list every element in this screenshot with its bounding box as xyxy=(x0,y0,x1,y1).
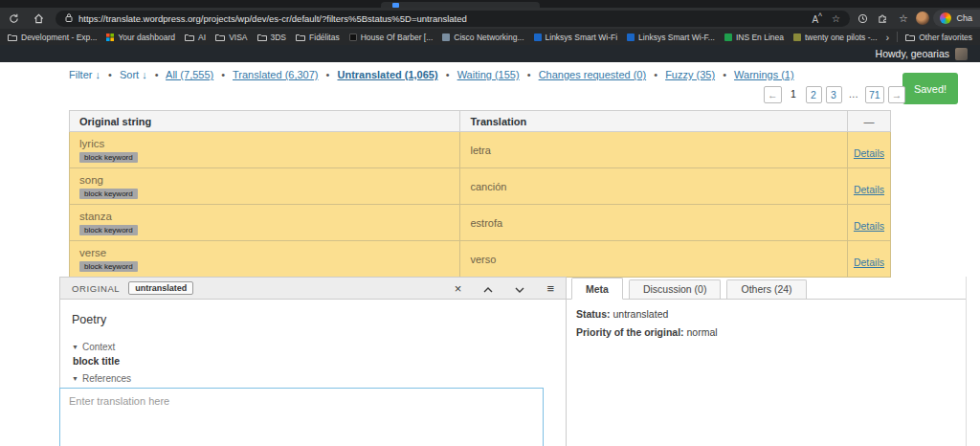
translation-string: estrofa xyxy=(460,205,848,241)
bookmark-item[interactable]: Linksys Smart Wi-F... xyxy=(627,33,715,42)
table-row[interactable]: songblock keyword canción Details xyxy=(70,168,891,205)
status-badge: untranslated xyxy=(128,281,193,295)
filter-link-fuzzy[interactable]: Fuzzy (35) xyxy=(665,69,715,80)
keyword-badge: block keyword xyxy=(79,189,138,199)
filter-toggle[interactable]: Filter ↓ xyxy=(69,69,100,80)
priority-row: Priority of the original: normal xyxy=(576,326,956,338)
original-string: lyrics xyxy=(79,138,450,149)
translation-string: canción xyxy=(460,168,848,205)
favorite-star-icon[interactable]: ☆ xyxy=(832,13,840,24)
filter-link-warnings[interactable]: Warnings (1) xyxy=(734,69,794,80)
header-original-string: Original string xyxy=(70,111,460,132)
status-value: untranslated xyxy=(613,308,669,320)
pagination: ← 1 2 3 … 71 → xyxy=(764,86,905,103)
folder-icon xyxy=(257,33,267,41)
history-icon[interactable] xyxy=(855,11,870,26)
separator: • xyxy=(326,69,330,80)
table-row[interactable]: lyricsblock keyword letra Details xyxy=(70,132,891,168)
status-label: Status: xyxy=(576,308,611,320)
bookmark-item[interactable]: Cisco Networking... xyxy=(442,33,523,42)
details-link[interactable]: Details xyxy=(854,147,884,159)
bookmarks-overflow-chevron[interactable]: › xyxy=(886,32,890,43)
bookmark-item[interactable]: AI xyxy=(185,33,206,42)
separator: • xyxy=(527,69,531,80)
bookmark-item[interactable]: 3DS xyxy=(257,33,287,42)
details-link[interactable]: Details xyxy=(854,184,884,195)
tab-meta[interactable]: Meta xyxy=(571,278,623,300)
wp-admin-bar: Howdy, geoarias xyxy=(0,45,980,62)
page-ellipsis: … xyxy=(846,86,862,103)
sort-toggle[interactable]: Sort ↓ xyxy=(120,69,147,80)
url-bar[interactable]: https://translate.wordpress.org/projects… xyxy=(56,11,850,27)
references-section-toggle[interactable]: ▼ References xyxy=(72,373,554,384)
favorites-icon[interactable]: ☆ xyxy=(896,11,911,26)
bookmark-item[interactable]: VISA xyxy=(215,33,247,42)
editor-original-panel: ORIGINAL untranslated × ≡ Poetry ▼ Conte… xyxy=(59,277,567,446)
table-header-row: Original string Translation — xyxy=(70,111,891,132)
separator: • xyxy=(723,69,726,80)
original-text: Poetry xyxy=(72,313,554,326)
bookmark-item[interactable]: Fidélitas xyxy=(296,33,340,42)
page-button-71[interactable]: 71 xyxy=(865,86,884,103)
home-icon[interactable] xyxy=(31,11,46,26)
site-favicon xyxy=(442,33,450,41)
context-section-toggle[interactable]: ▼ Context xyxy=(72,342,554,352)
prev-page-button[interactable]: ← xyxy=(764,86,782,103)
triangle-down-icon: ▼ xyxy=(72,344,78,350)
bookmark-item[interactable]: INS En Linea xyxy=(724,33,784,42)
keyword-badge: block keyword xyxy=(79,261,138,272)
details-link[interactable]: Details xyxy=(854,220,884,232)
priority-label: Priority of the original: xyxy=(576,326,684,338)
refresh-icon[interactable] xyxy=(6,11,21,26)
meta-content: Status: untranslated Priority of the ori… xyxy=(567,300,966,350)
folder-icon xyxy=(215,33,225,41)
ms-logo-icon xyxy=(106,33,114,41)
keyword-badge: block keyword xyxy=(79,152,138,163)
bookmark-item[interactable]: House Of Barber [... xyxy=(349,33,434,42)
read-aloud-icon[interactable]: A^ xyxy=(812,11,822,25)
folder-icon xyxy=(296,33,305,41)
chevron-down-icon[interactable] xyxy=(515,282,524,295)
howdy-greeting[interactable]: Howdy, geoarias xyxy=(876,48,949,59)
extensions-icon[interactable] xyxy=(875,11,890,26)
translation-editor: ORIGINAL untranslated × ≡ Poetry ▼ Conte… xyxy=(59,277,967,446)
header-translation: Translation xyxy=(460,111,848,132)
menu-icon[interactable]: ≡ xyxy=(546,282,554,295)
table-row[interactable]: stanzablock keyword estrofa Details xyxy=(70,205,891,241)
wp-avatar[interactable] xyxy=(955,48,968,60)
bookmark-item[interactable]: Your dashboard xyxy=(106,33,175,42)
profile-avatar[interactable] xyxy=(915,11,930,26)
keyword-badge: block keyword xyxy=(79,225,138,235)
details-link[interactable]: Details xyxy=(854,256,884,268)
filter-link-all[interactable]: All (7,555) xyxy=(166,69,213,80)
glotpress-page: Filter ↓ • Sort ↓ • All (7,555) • Transl… xyxy=(0,62,980,446)
other-favorites-button[interactable]: Other favorites xyxy=(905,33,972,42)
page-button-2[interactable]: 2 xyxy=(806,86,822,103)
bookmark-item[interactable]: Development - Exp... xyxy=(8,33,97,42)
filter-link-untranslated[interactable]: Untranslated (1,065) xyxy=(337,69,437,80)
meta-tabs: Meta Discussion (0) Others (24) xyxy=(567,277,966,300)
bookmark-item[interactable]: twenty one pilots -... xyxy=(793,33,878,42)
translation-string: letra xyxy=(460,132,848,168)
filter-link-waiting[interactable]: Waiting (155) xyxy=(457,69,520,80)
next-page-button[interactable]: → xyxy=(888,86,906,103)
editor-controls: × ≡ xyxy=(455,282,554,295)
tab-discussion[interactable]: Discussion (0) xyxy=(629,279,722,299)
url-text[interactable]: https://translate.wordpress.org/projects… xyxy=(78,13,802,24)
original-string: verse xyxy=(79,247,450,258)
separator: • xyxy=(446,69,450,80)
page-button-3[interactable]: 3 xyxy=(826,86,842,103)
filter-link-translated[interactable]: Translated (6,307) xyxy=(233,69,318,80)
copilot-label: Cha xyxy=(956,13,972,23)
filter-link-changes-requested[interactable]: Changes requested (0) xyxy=(539,69,647,80)
site-favicon xyxy=(793,33,801,41)
close-icon[interactable]: × xyxy=(455,282,462,295)
chevron-up-icon[interactable] xyxy=(483,282,493,295)
folder-icon xyxy=(185,33,194,41)
bookmark-list: Development - Exp... Your dashboard AI V… xyxy=(8,33,879,42)
bookmark-item[interactable]: Linksys Smart Wi-Fi xyxy=(534,33,618,42)
translation-input[interactable] xyxy=(59,388,544,446)
table-row[interactable]: verseblock keyword verso Details xyxy=(70,241,891,278)
copilot-button[interactable]: Cha xyxy=(933,10,980,27)
tab-others[interactable]: Others (24) xyxy=(726,279,806,299)
